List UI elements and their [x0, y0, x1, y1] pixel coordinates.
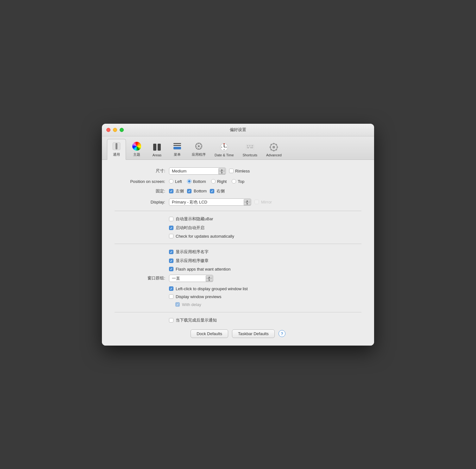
stepper-down[interactable]: ▼: [218, 171, 225, 175]
show-app-badge[interactable]: 显示应用程序徽章: [169, 258, 361, 264]
display-preview[interactable]: Display window previews: [169, 294, 361, 299]
wg-stepper-down[interactable]: ▼: [206, 278, 213, 282]
auto-hide-checkbox[interactable]: [169, 217, 173, 221]
wg-stepper-up[interactable]: ▲: [206, 275, 213, 278]
check-updates[interactable]: Check for updates automatically: [169, 234, 361, 239]
auto-launch-row: 启动时自动开启: [169, 225, 361, 231]
svg-rect-28: [249, 145, 251, 147]
tab-menu[interactable]: 菜单: [168, 139, 187, 159]
display-stepper-down[interactable]: ▼: [244, 202, 251, 206]
tab-advanced[interactable]: Advanced: [262, 140, 285, 159]
apps-icon: [194, 141, 204, 151]
svg-rect-27: [247, 145, 248, 147]
download-notify[interactable]: 当下载完成后显示通知: [169, 317, 361, 323]
left-click-checkbox[interactable]: [169, 286, 173, 291]
content-area: 尺寸: Medium ▲ ▼ Rimless Posi: [102, 160, 374, 346]
show-app-badge-checkbox[interactable]: [169, 259, 173, 263]
svg-line-14: [200, 147, 201, 148]
pin-bottom-checkbox[interactable]: [187, 189, 191, 193]
auto-hide[interactable]: 自动显示和隐藏uBar: [169, 216, 361, 222]
display-preview-checkbox[interactable]: [169, 294, 173, 299]
download-notify-checkbox[interactable]: [169, 318, 173, 322]
radio-top[interactable]: [232, 179, 236, 184]
tab-apps[interactable]: 应用程序: [188, 139, 210, 159]
svg-rect-4: [173, 143, 181, 144]
pin-left[interactable]: 左侧: [169, 188, 184, 194]
tab-general-label: 通用: [113, 152, 120, 157]
position-right[interactable]: Right: [211, 179, 227, 184]
pin-left-checkbox[interactable]: [169, 189, 173, 193]
check-updates-checkbox[interactable]: [169, 234, 173, 238]
tab-shortcuts[interactable]: Shortcuts: [239, 140, 261, 159]
position-top[interactable]: Top: [232, 179, 244, 184]
size-controls: Medium ▲ ▼ Rimless: [169, 167, 250, 175]
tab-general[interactable]: 通用: [107, 139, 126, 160]
traffic-lights: [106, 128, 124, 132]
with-delay-row: With delay: [169, 302, 361, 307]
flash-apps[interactable]: Flash apps that want attention: [169, 267, 361, 272]
section-app-display: 显示应用程序名字 显示应用程序徽章 Flash apps that want a…: [115, 249, 361, 272]
check-updates-label: Check for updates automatically: [176, 234, 234, 239]
left-click-label: Left-click to display grouped window lis…: [176, 286, 248, 291]
size-select[interactable]: Medium: [169, 167, 226, 175]
theme-icon: [132, 141, 142, 151]
display-row: Display: Primary - 彩色 LCD ▲ ▼ Mirror: [115, 198, 361, 206]
pin-right-label: 右侧: [216, 188, 225, 194]
radio-bottom[interactable]: [187, 179, 191, 184]
size-label: 尺寸:: [115, 168, 165, 174]
taskbar-defaults-button[interactable]: Taskbar Defaults: [232, 329, 275, 338]
flash-apps-label: Flash apps that want attention: [176, 267, 230, 272]
display-select[interactable]: Primary - 彩色 LCD: [169, 198, 251, 206]
minimize-button[interactable]: [113, 128, 117, 132]
shortcuts-icon: [245, 142, 255, 152]
svg-rect-30: [247, 147, 249, 148]
auto-launch-checkbox[interactable]: [169, 226, 173, 230]
position-top-label: Top: [238, 179, 244, 184]
section-window-options: Left-click to display grouped window lis…: [115, 286, 361, 307]
tab-areas[interactable]: Areas: [147, 140, 166, 159]
with-delay[interactable]: With delay: [175, 302, 361, 307]
download-notify-row: 当下载完成后显示通知: [169, 317, 361, 323]
general-icon: [111, 141, 122, 151]
with-delay-checkbox: [175, 302, 180, 307]
show-app-badge-label: 显示应用程序徽章: [176, 258, 209, 264]
help-button[interactable]: ?: [279, 330, 285, 337]
position-bottom[interactable]: Bottom: [187, 179, 206, 184]
radio-left[interactable]: [169, 179, 173, 184]
tab-apps-label: 应用程序: [192, 152, 206, 157]
radio-right[interactable]: [211, 179, 216, 184]
zoom-button[interactable]: [120, 128, 124, 132]
stepper-up[interactable]: ▲: [218, 168, 225, 171]
pin-right-checkbox[interactable]: [210, 189, 214, 193]
rimless-checkbox[interactable]: [229, 169, 234, 173]
menu-icon: [172, 141, 182, 151]
titlebar: 偏好设置: [102, 124, 374, 136]
display-stepper-up[interactable]: ▲: [244, 199, 251, 202]
tab-theme-label: 主题: [133, 152, 140, 157]
svg-rect-6: [173, 147, 181, 149]
svg-point-36: [270, 146, 271, 148]
show-app-name-checkbox[interactable]: [169, 250, 173, 254]
tab-theme[interactable]: 主题: [127, 139, 146, 159]
preferences-window: 偏好设置 通用 主题: [102, 124, 374, 346]
tab-menu-label: 菜单: [174, 152, 181, 157]
show-app-name[interactable]: 显示应用程序名字: [169, 249, 361, 255]
download-notify-label: 当下载完成后显示通知: [176, 317, 217, 323]
mirror-container[interactable]: Mirror: [254, 200, 272, 204]
position-left[interactable]: Left: [169, 179, 182, 184]
section-download: 当下载完成后显示通知: [115, 317, 361, 323]
pin-bottom[interactable]: Bottom: [187, 189, 207, 193]
tab-shortcuts-label: Shortcuts: [243, 153, 257, 157]
dock-defaults-button[interactable]: Dock Defaults: [191, 329, 228, 338]
position-left-label: Left: [175, 179, 182, 184]
left-click[interactable]: Left-click to display grouped window lis…: [169, 286, 361, 291]
tab-datetime[interactable]: Date & Time: [211, 140, 238, 159]
size-stepper: ▲ ▼: [218, 168, 225, 174]
close-button[interactable]: [106, 128, 110, 132]
bottom-buttons: Dock Defaults Taskbar Defaults ?: [115, 329, 361, 338]
pin-label: 固定:: [115, 188, 165, 194]
auto-launch[interactable]: 启动时自动开启: [169, 225, 361, 231]
pin-right[interactable]: 右侧: [210, 188, 225, 194]
with-delay-label: With delay: [182, 302, 201, 307]
flash-apps-checkbox[interactable]: [169, 267, 173, 271]
